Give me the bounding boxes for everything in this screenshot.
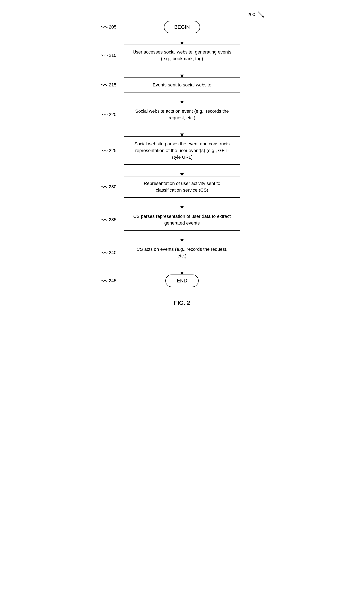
step-230-row: 230 Representation of user activity sent… [88, 176, 276, 198]
arrow-line-5 [182, 165, 182, 173]
step-225-row: 225 Social website parses the event and … [88, 137, 276, 165]
arrow-head-4 [180, 134, 184, 137]
ref-240: 240 [101, 250, 117, 255]
step-210-shape: User accesses social website, generating… [124, 45, 240, 66]
arrow-line-1 [182, 33, 182, 42]
ref-200-number: 200 [247, 12, 255, 17]
arrow-head-3 [180, 101, 184, 104]
ref-205: 205 [101, 24, 117, 30]
figure-label: FIG. 2 [174, 300, 190, 306]
arrow-5 [180, 165, 184, 176]
ref-225: 225 [101, 148, 117, 153]
wavy-245 [101, 279, 107, 282]
step-225-shape: Social website parses the event and cons… [124, 137, 240, 165]
ref-245: 245 [101, 278, 117, 283]
wavy-215 [101, 83, 107, 86]
wavy-235 [101, 218, 107, 221]
wavy-210 [101, 54, 107, 57]
ref-220: 220 [101, 112, 117, 117]
arrow-6 [180, 198, 184, 209]
step-220-shape: Social website acts on event (e.g., reco… [124, 104, 240, 125]
ref-215: 215 [101, 82, 117, 88]
ref-230: 230 [101, 184, 117, 190]
arrow-head-8 [180, 272, 184, 275]
arrow-line-6 [182, 198, 182, 206]
arrow-head-5 [180, 173, 184, 176]
wavy-220 [101, 113, 107, 116]
wavy-205 [101, 26, 107, 28]
begin-shape: BEGIN [164, 21, 200, 33]
end-shape: END [165, 275, 199, 287]
step-215-shape: Events sent to social website [124, 78, 240, 93]
arrow-4 [180, 125, 184, 137]
arrow-line-2 [182, 66, 182, 75]
diagram-container: 200 205 BEGIN 210 User acc [88, 8, 276, 306]
step-215-row: 215 Events sent to social website [88, 78, 276, 93]
arrow-8 [180, 263, 184, 275]
ref-210: 210 [101, 53, 117, 58]
arrow-head-6 [180, 206, 184, 209]
arrow-line-8 [182, 263, 182, 272]
step-240-row: 240 CS acts on events (e.g., records the… [88, 242, 276, 263]
arrow-head-1 [180, 42, 184, 45]
arrow-line-7 [182, 231, 182, 239]
wavy-230 [101, 185, 107, 188]
ref-200-label: 200 [247, 10, 265, 19]
step-230-shape: Representation of user activity sent to … [124, 176, 240, 198]
step-235-row: 235 CS parses representation of user dat… [88, 209, 276, 231]
arrow-head-2 [180, 75, 184, 78]
step-220-row: 220 Social website acts on event (e.g., … [88, 104, 276, 125]
ref-200-arrow [257, 10, 265, 19]
arrow-3 [180, 93, 184, 104]
arrow-7 [180, 231, 184, 242]
begin-node-row: 205 BEGIN [88, 21, 276, 33]
arrow-2 [180, 66, 184, 78]
ref-235: 235 [101, 217, 117, 222]
wavy-225 [101, 149, 107, 152]
end-node-row: 245 END [88, 275, 276, 287]
step-235-shape: CS parses representation of user data to… [124, 209, 240, 231]
arrow-line-4 [182, 125, 182, 134]
step-240-shape: CS acts on events (e.g., records the req… [124, 242, 240, 263]
step-210-row: 210 User accesses social website, genera… [88, 45, 276, 66]
wavy-240 [101, 251, 107, 254]
arrow-1 [180, 33, 184, 45]
arrow-line-3 [182, 93, 182, 101]
arrow-head-7 [180, 239, 184, 242]
